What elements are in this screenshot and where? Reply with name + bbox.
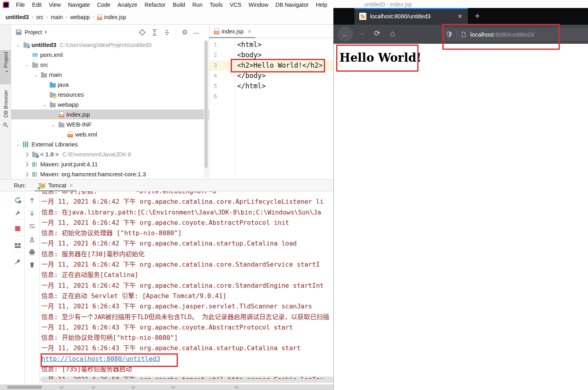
- menu-run[interactable]: Run: [189, 0, 206, 10]
- project-panel-title[interactable]: Project: [25, 29, 42, 35]
- home-button[interactable]: ⌂: [390, 29, 395, 38]
- menu-analyze[interactable]: Analyze: [114, 0, 141, 10]
- chevron-down-icon[interactable]: ⌄: [41, 101, 49, 107]
- rerun-button[interactable]: [14, 197, 21, 204]
- print-icon[interactable]: [29, 248, 36, 255]
- reload-button[interactable]: ⟳: [374, 29, 380, 38]
- jdk-icon: [31, 152, 39, 157]
- menu-help[interactable]: Help: [312, 0, 331, 10]
- tab-tomcat[interactable]: Tomcat ✕: [35, 179, 76, 191]
- restore-layout-icon[interactable]: [14, 242, 21, 249]
- editor-tab-label: index.jsp: [222, 28, 243, 35]
- new-tab-button[interactable]: +: [475, 11, 480, 21]
- breadcrumb-item-src[interactable]: src: [36, 14, 44, 20]
- code-area[interactable]: 1<html>2<body>3<h2>Hello World!</h2>4</b…: [209, 38, 335, 179]
- chevron-right-icon[interactable]: ❯: [23, 152, 31, 157]
- menu-build[interactable]: Build: [169, 0, 189, 10]
- chevron-down-icon[interactable]: ⌄: [49, 121, 57, 127]
- close-tab-icon[interactable]: ✕: [458, 13, 462, 20]
- tree-item-pom.xml[interactable]: mpom.xml: [11, 50, 209, 60]
- close-icon[interactable]: ✕: [247, 29, 251, 34]
- code-line-6[interactable]: 6: [209, 92, 335, 102]
- scrollbar-thumb[interactable]: [7, 386, 42, 389]
- sidebar-tab-project[interactable]: Project: [0, 50, 11, 84]
- tree-item-webapp[interactable]: ⌄webapp: [11, 99, 209, 109]
- menu-tools[interactable]: Tools: [206, 0, 226, 10]
- tree-item--1.8-[interactable]: ❯< 1.8 >C:\Environment\Java\JDK-8: [11, 149, 209, 159]
- tree-item-external-libraries[interactable]: ⌄External Libraries: [11, 139, 209, 149]
- menu-code[interactable]: Code: [93, 0, 114, 10]
- url-text[interactable]: localhost:8080/untitled3/: [470, 31, 535, 38]
- tree-item-resources[interactable]: resources: [11, 90, 209, 99]
- menu-navigate[interactable]: Navigate: [64, 0, 93, 10]
- tree-item-web.xml[interactable]: <>web.xml: [11, 129, 209, 139]
- tree-item-java[interactable]: java: [11, 80, 209, 90]
- chevron-right-icon[interactable]: ❯: [23, 172, 31, 177]
- soft-wrap-icon[interactable]: [29, 222, 36, 230]
- forward-button[interactable]: →: [358, 29, 366, 37]
- console-line: 一月 11, 2021 6:26:43 下午 org.apache.catali…: [41, 343, 335, 353]
- tree-item-main[interactable]: ⌄main: [11, 70, 209, 80]
- breadcrumb-item-main[interactable]: main: [51, 14, 63, 20]
- up-stacktrace-icon[interactable]: [29, 197, 36, 204]
- address-bar[interactable]: localhost:8080/untitled3/: [442, 28, 588, 41]
- settings-wrench-icon[interactable]: [14, 209, 21, 216]
- tree-item-src[interactable]: ⌄src: [11, 60, 209, 70]
- clear-trash-icon[interactable]: [29, 261, 36, 268]
- sidebar-tab-db-browser[interactable]: DB Browser: [0, 88, 11, 133]
- browser-tab[interactable]: localhost:8080/untitled3 ✕: [354, 8, 468, 25]
- project-scrollbar[interactable]: [204, 40, 208, 177]
- code-line-1[interactable]: 1<html>: [209, 40, 335, 50]
- menu-file[interactable]: File: [12, 0, 29, 10]
- stop-button[interactable]: [14, 225, 21, 232]
- breadcrumb-item-webapp[interactable]: webapp: [70, 14, 90, 20]
- code-line-2[interactable]: 2<body>: [209, 50, 335, 60]
- code-text: </body>: [237, 72, 266, 80]
- breadcrumb-item-untitled3[interactable]: untitled3: [6, 14, 29, 20]
- menu-vcs[interactable]: VCS: [226, 0, 245, 10]
- menu-view[interactable]: View: [45, 0, 64, 10]
- chevron-down-icon[interactable]: ⌄: [14, 141, 22, 147]
- tree-item-maven-org.hamcrest-hamcrest-core-1.3[interactable]: ❯Maven: org.hamcrest:hamcrest-core:1.3: [11, 169, 209, 179]
- chevron-right-icon[interactable]: ❯: [23, 162, 31, 167]
- down-stacktrace-icon[interactable]: [29, 209, 36, 216]
- breadcrumb: untitled3›src›main›webapp›JSPindex.jsp: [0, 10, 335, 25]
- pin-icon[interactable]: [14, 258, 21, 265]
- gutter-divider: [235, 38, 235, 179]
- close-icon[interactable]: ✕: [69, 183, 73, 188]
- code-line-3[interactable]: 3<h2>Hello World!</h2>: [209, 60, 335, 71]
- breadcrumb-separator: ›: [46, 14, 48, 20]
- tree-item-web-inf[interactable]: ⌄WEB-INF: [11, 119, 209, 129]
- chevron-down-icon[interactable]: ⌄: [14, 42, 22, 48]
- tab-index-jsp[interactable]: JSP index.jsp ✕: [209, 25, 255, 38]
- collapse-all-icon[interactable]: [164, 29, 170, 36]
- console-link[interactable]: http://localhost:8080/untitled3: [41, 355, 160, 363]
- page-icon[interactable]: [461, 31, 467, 38]
- locate-file-icon[interactable]: [139, 29, 146, 36]
- tree-item-index.jsp[interactable]: JSPindex.jsp: [11, 109, 209, 119]
- console-output[interactable]: 信息: 命令行参数: -Dfile.encoding=UTF-8一月 11, 2…: [41, 191, 335, 379]
- run-console-panel: 信息: 命令行参数: -Dfile.encoding=UTF-8一月 11, 2…: [0, 191, 335, 384]
- menu-edit[interactable]: Edit: [29, 0, 45, 10]
- menu-refactor[interactable]: Refactor: [141, 0, 169, 10]
- divider: [14, 252, 22, 252]
- tree-item-label: java: [58, 81, 69, 88]
- folder-resources-icon: [49, 92, 56, 98]
- hide-panel-icon[interactable]: —: [193, 29, 199, 36]
- chevron-down-icon[interactable]: ⌄: [23, 62, 31, 68]
- tree-item-maven-junit-junit-4.11[interactable]: ❯Maven: junit:junit:4.11: [11, 159, 209, 169]
- scroll-to-end-icon[interactable]: [29, 235, 36, 242]
- menu-window[interactable]: Window: [245, 0, 272, 10]
- back-button[interactable]: ←: [338, 27, 353, 42]
- shield-icon[interactable]: [446, 31, 452, 38]
- tree-item-untitled3[interactable]: ⌄untitled3C:\Users\wang\IdeaProjects\unt…: [11, 40, 209, 50]
- chevron-down-icon[interactable]: ⌄: [32, 72, 40, 78]
- settings-gear-icon[interactable]: ⚙: [182, 28, 188, 37]
- breadcrumb-item-index.jsp[interactable]: index.jsp: [104, 14, 126, 20]
- code-line-5[interactable]: 5</html>: [209, 81, 335, 92]
- jsp-file-icon: JSP: [97, 14, 102, 20]
- code-line-4[interactable]: 4</body>: [209, 71, 335, 81]
- tree-item-label: main: [49, 71, 62, 78]
- expand-all-icon[interactable]: [151, 29, 158, 36]
- menu-db-navigator[interactable]: DB Navigator: [272, 0, 312, 10]
